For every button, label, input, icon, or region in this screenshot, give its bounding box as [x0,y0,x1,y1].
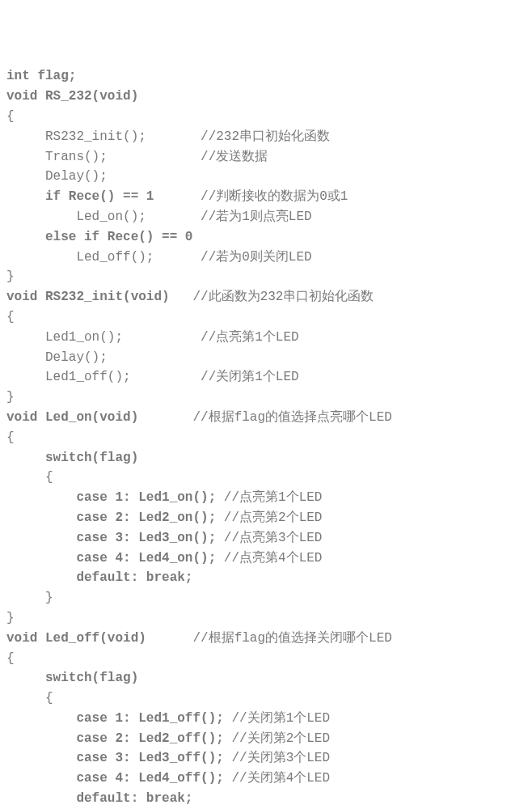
code-line: int flag; [6,66,526,87]
code-text: case 1: Led1_off(); [6,711,231,726]
code-text: case 3: Led3_off(); [6,751,231,765]
code-text: { [6,691,53,705]
code-comment: //点亮第2个LED [224,510,323,525]
code-text: case 2: Led2_off(); [6,731,231,746]
code-text: switch(flag) [6,671,138,685]
code-line: Trans(); //发送数据 [6,147,526,167]
code-line: { [6,468,526,488]
code-line: default: break; [6,568,526,588]
code-comment: //根据flag的值选择点亮哪个LED [192,410,391,425]
code-text: Led1_off(); [6,370,201,384]
code-line: case 4: Led4_on(); //点亮第4个LED [6,549,526,569]
code-line: case 2: Led2_on(); //点亮第2个LED [6,508,526,528]
code-line: { [6,428,526,448]
code-comment: //关闭第1个LED [201,370,299,384]
code-line: else if Rece() == 0 [6,227,526,248]
code-line: Led_on(); //若为1则点亮LED [6,207,526,227]
code-text: case 4: Led4_off(); [6,771,231,786]
code-line: case 1: Led1_on(); //点亮第1个LED [6,488,526,508]
code-text: Led_off(); [6,250,201,265]
code-text: RS232_init(); [6,129,201,144]
code-text: { [6,651,15,666]
code-text: } [6,611,15,625]
code-line: } [6,608,526,629]
code-comment: //若为1则点亮LED [201,210,312,224]
code-comment: //此函数为232串口初始化函数 [192,290,374,304]
code-line: if Rece() == 1 //判断接收的数据为0或1 [6,187,526,207]
code-text: int flag; [6,69,76,83]
code-line: RS232_init(); //232串口初始化函数 [6,127,526,147]
code-line: void Led_on(void) //根据flag的值选择点亮哪个LED [6,408,526,428]
code-line: default: break; [6,789,526,809]
code-line: Led1_on(); //点亮第1个LED [6,328,526,348]
code-text: case 4: Led4_on(); [6,551,224,565]
code-text: default: break; [6,791,192,806]
code-line: } [6,588,526,608]
code-comment: //若为0则关闭LED [201,250,312,265]
code-comment: //点亮第3个LED [224,531,323,545]
code-line: switch(flag) [6,668,526,688]
code-comment: //发送数据 [201,150,268,164]
code-line: case 2: Led2_off(); //关闭第2个LED [6,729,526,749]
code-text: Trans(); [6,150,201,164]
code-block: int flag;void RS_232(void){ RS232_init()… [6,66,526,809]
code-text: { [6,109,15,124]
code-text: Delay(); [6,169,108,184]
code-comment: //232串口初始化函数 [201,129,330,144]
code-text: { [6,430,15,445]
code-text: void Led_on(void) [6,410,192,425]
code-text: Led_on(); [6,210,201,224]
code-comment: //点亮第4个LED [224,551,323,565]
code-comment: //判断接收的数据为0或1 [201,189,348,204]
code-line: case 3: Led3_off(); //关闭第3个LED [6,748,526,769]
code-text: void RS232_init(void) [6,290,192,304]
code-text: { [6,470,53,485]
code-line: } [6,267,526,287]
code-text: void RS_232(void) [6,89,138,104]
code-text: switch(flag) [6,451,138,465]
code-line: { [6,688,526,709]
code-text: case 2: Led2_on(); [6,510,224,525]
code-line: { [6,107,526,127]
code-line: case 4: Led4_off(); //关闭第4个LED [6,769,526,789]
code-text: } [6,390,15,404]
code-comment: //点亮第1个LED [201,330,299,345]
code-line: switch(flag) [6,448,526,468]
code-text: case 1: Led1_on(); [6,490,224,505]
code-text: Delay(); [6,350,108,365]
code-text: case 3: Led3_on(); [6,531,224,545]
code-line: case 3: Led3_on(); //点亮第3个LED [6,528,526,549]
code-text: Led1_on(); [6,330,201,345]
code-comment: //关闭第4个LED [231,771,330,786]
code-line: void RS232_init(void) //此函数为232串口初始化函数 [6,287,526,307]
code-text: void Led_off(void) [6,631,192,646]
code-comment: //关闭第2个LED [231,731,330,746]
code-line: Delay(); [6,167,526,187]
code-text: default: break; [6,570,192,585]
code-comment: //关闭第3个LED [231,751,330,765]
code-comment: //点亮第1个LED [224,490,323,505]
code-line: void RS_232(void) [6,87,526,107]
code-line: Led_off(); //若为0则关闭LED [6,248,526,268]
code-line: Led1_off(); //关闭第1个LED [6,367,526,388]
code-text: } [6,591,53,605]
code-text: else if Rece() == 0 [6,230,192,244]
code-text: } [6,269,15,284]
code-comment: //根据flag的值选择关闭哪个LED [192,631,391,646]
code-line: void Led_off(void) //根据flag的值选择关闭哪个LED [6,629,526,649]
code-line: { [6,307,526,328]
code-line: } [6,388,526,408]
code-text: { [6,310,15,324]
code-line: Delay(); [6,348,526,368]
code-comment: //关闭第1个LED [231,711,330,726]
code-text: if Rece() == 1 [6,189,201,204]
code-line: { [6,649,526,669]
code-line: case 1: Led1_off(); //关闭第1个LED [6,709,526,729]
